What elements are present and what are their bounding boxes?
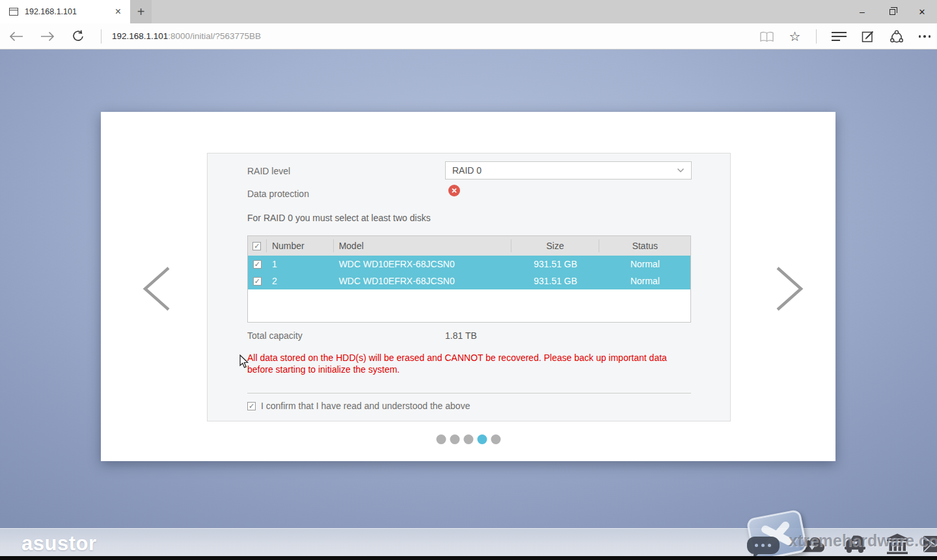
- pagination-dot-3[interactable]: [463, 434, 473, 444]
- forward-button[interactable]: [40, 31, 55, 42]
- column-header-size: Size: [511, 239, 600, 252]
- tab-strip: 192.168.1.101 × + – ✕: [0, 0, 937, 23]
- disk-table-header: ✓ Number Model Size Status: [248, 236, 690, 256]
- confirm-row: ✓ I confirm that I have read and underst…: [247, 401, 470, 411]
- total-capacity-value: 1.81 TB: [445, 330, 477, 341]
- restore-button[interactable]: [877, 0, 907, 23]
- raid-hint-text: For RAID 0 you must select at least two …: [247, 213, 431, 223]
- disk-2-number: 2: [267, 273, 334, 289]
- data-protection-label: Data protection: [247, 189, 309, 199]
- column-header-status: Status: [599, 239, 690, 252]
- tab-title: 192.168.1.101: [25, 7, 113, 16]
- restore-icon: [889, 9, 895, 15]
- pagination-dots: [436, 434, 500, 444]
- toolbar-divider: [101, 29, 102, 44]
- reading-view-icon[interactable]: [759, 31, 774, 42]
- disk-2-size: 931.51 GB: [511, 273, 600, 289]
- toolbar-divider-2: [816, 29, 817, 44]
- select-all-checkbox[interactable]: ✓: [252, 242, 261, 250]
- more-actions-icon[interactable]: [919, 35, 931, 38]
- volume-settings-card: Volume Settings RAID level RAID 0 Data p…: [101, 112, 835, 461]
- close-window-button[interactable]: ✕: [907, 0, 937, 23]
- next-step-button[interactable]: [775, 266, 808, 312]
- data-protection-error-icon: ✕: [448, 185, 460, 196]
- watermark-text: xtremehardware.com: [789, 531, 937, 550]
- url-path: :8000/initial/?563775BB: [168, 31, 261, 41]
- bottom-black-strip: [0, 556, 937, 560]
- page-favicon-icon: [9, 8, 18, 16]
- chat-bubble-icon[interactable]: [747, 537, 780, 554]
- pagination-dot-4[interactable]: [477, 434, 487, 444]
- disk-1-checkbox[interactable]: ✓: [253, 260, 262, 269]
- browser-tab[interactable]: 192.168.1.101 ×: [0, 0, 130, 23]
- disk-1-status: Normal: [599, 256, 690, 273]
- disk-row-1[interactable]: ✓ 1 WDC WD10EFRX-68JCSN0 931.51 GB Norma…: [248, 256, 690, 273]
- header-checkbox-cell: ✓: [248, 239, 267, 252]
- divider-line: [247, 393, 691, 393]
- disk-2-model: WDC WD10EFRX-68JCSN0: [334, 273, 511, 289]
- raid-level-value: RAID 0: [452, 165, 677, 176]
- browser-window: 192.168.1.101 × + – ✕ 192.168.1.101:8000…: [0, 0, 937, 560]
- new-tab-button[interactable]: +: [130, 0, 152, 23]
- hub-icon[interactable]: [832, 29, 847, 44]
- minimize-button[interactable]: –: [847, 0, 877, 23]
- disk-row-2[interactable]: ✓ 2 WDC WD10EFRX-68JCSN0 931.51 GB Norma…: [248, 273, 690, 289]
- confirm-checkbox[interactable]: ✓: [247, 402, 256, 410]
- warning-text: All data stored on the HDD(s) will be er…: [247, 353, 677, 375]
- pagination-dot-1[interactable]: [436, 434, 446, 444]
- disk-1-model: WDC WD10EFRX-68JCSN0: [334, 256, 511, 273]
- pagination-dot-5[interactable]: [491, 434, 500, 444]
- raid-level-select[interactable]: RAID 0: [445, 161, 692, 180]
- raid-level-label: RAID level: [247, 166, 290, 176]
- asustor-logo: asustor: [21, 532, 96, 555]
- column-header-model: Model: [334, 239, 511, 252]
- refresh-button[interactable]: [72, 30, 85, 43]
- previous-step-button[interactable]: [139, 266, 171, 312]
- settings-panel: RAID level RAID 0 Data protection ✕ For …: [207, 153, 731, 421]
- url-host: 192.168.1.101: [112, 31, 168, 41]
- back-button[interactable]: [9, 31, 23, 42]
- chevron-down-icon: [677, 168, 685, 173]
- mouse-cursor: [239, 354, 250, 369]
- share-icon[interactable]: [889, 30, 904, 44]
- column-header-number: Number: [267, 239, 334, 252]
- disk-1-size: 931.51 GB: [511, 256, 600, 273]
- tab-strip-spacer: [152, 0, 847, 23]
- tab-close-icon[interactable]: ×: [113, 6, 124, 18]
- browser-toolbar: 192.168.1.101:8000/initial/?563775BB ☆: [0, 23, 937, 49]
- total-capacity-label: Total capacity: [247, 330, 303, 341]
- disk-2-status: Normal: [599, 273, 690, 289]
- confirm-label: I confirm that I have read and understoo…: [261, 401, 470, 411]
- disk-table: ✓ Number Model Size Status ✓ 1 WDC WD10E…: [247, 235, 691, 323]
- web-note-icon[interactable]: [862, 30, 875, 43]
- disk-1-number: 1: [267, 256, 334, 273]
- pagination-dot-2[interactable]: [450, 434, 459, 444]
- disk-2-checkbox[interactable]: ✓: [253, 277, 262, 286]
- window-controls: – ✕: [847, 0, 937, 23]
- address-bar[interactable]: 192.168.1.101:8000/initial/?563775BB: [112, 31, 261, 41]
- toolbar-actions: ☆: [759, 23, 930, 49]
- favorites-star-icon[interactable]: ☆: [789, 30, 801, 43]
